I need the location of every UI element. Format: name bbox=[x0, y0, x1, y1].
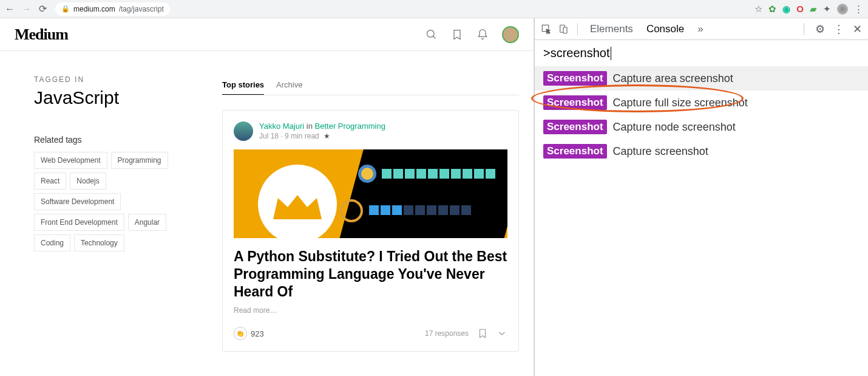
cmd-badge: Screenshot bbox=[543, 120, 607, 134]
tab-top-stories[interactable]: Top stories bbox=[222, 75, 264, 95]
command-suggestions: Screenshot Capture area screenshot Scree… bbox=[535, 66, 868, 163]
tag-chip[interactable]: Nodejs bbox=[70, 173, 106, 190]
tag-chip[interactable]: React bbox=[34, 173, 66, 190]
kebab-menu-icon[interactable]: ⋮ bbox=[833, 22, 844, 36]
tag-chip[interactable]: Software Development bbox=[34, 193, 121, 210]
devtools-tab-elements[interactable]: Elements bbox=[586, 23, 637, 35]
search-icon[interactable] bbox=[426, 29, 438, 41]
related-tags-list: Web Development Programming React Nodejs… bbox=[34, 152, 186, 251]
clap-icon[interactable]: 👏 bbox=[234, 327, 247, 340]
cmd-badge: Screenshot bbox=[543, 144, 607, 159]
svg-rect-4 bbox=[563, 27, 567, 33]
tab-archive[interactable]: Archive bbox=[276, 75, 302, 95]
command-menu-input[interactable]: >screenshot bbox=[535, 40, 868, 66]
bookmark-icon[interactable] bbox=[477, 328, 488, 339]
tag-chip[interactable]: Web Development bbox=[34, 152, 107, 169]
cmd-capture-full-size[interactable]: Screenshot Capture full size screenshot bbox=[535, 91, 868, 115]
lock-icon: 🔒 bbox=[61, 5, 70, 13]
read-more-link[interactable]: Read more… bbox=[234, 306, 507, 315]
evernote-ext-icon[interactable]: ✿ bbox=[768, 4, 776, 15]
publication-link[interactable]: Better Programming bbox=[315, 121, 385, 131]
main-column: Top stories Archive Yakko Majuri in Bett… bbox=[222, 75, 519, 352]
member-star-icon: ★ bbox=[324, 132, 330, 140]
tag-chip[interactable]: Technology bbox=[74, 234, 124, 251]
cmd-text: Capture area screenshot bbox=[613, 72, 733, 85]
grammarly-ext-icon[interactable]: ◉ bbox=[782, 4, 790, 15]
cmd-badge: Screenshot bbox=[543, 95, 607, 110]
cmd-query: screenshot bbox=[551, 46, 610, 60]
device-toggle-icon[interactable] bbox=[558, 24, 569, 35]
forward-icon[interactable]: → bbox=[22, 4, 32, 15]
cmd-capture-screenshot[interactable]: Screenshot Capture screenshot bbox=[535, 139, 868, 163]
tag-chip[interactable]: Programming bbox=[111, 152, 168, 169]
page-title: JavaScript bbox=[34, 87, 186, 108]
cmd-text: Capture node screenshot bbox=[613, 121, 736, 134]
devtools-panel: Elements Console » ⚙ ⋮ ✕ >screenshot Scr… bbox=[534, 18, 868, 376]
bookmark-icon[interactable] bbox=[451, 29, 463, 41]
in-word: in bbox=[307, 121, 313, 131]
bell-icon[interactable] bbox=[476, 29, 489, 41]
browser-toolbar: ← → ⟳ 🔒 medium.com/tag/javascript ☆ ✿ ◉ … bbox=[0, 0, 868, 18]
url-path: /tag/javascript bbox=[119, 5, 164, 13]
story-title[interactable]: A Python Substitute? I Tried Out the Bes… bbox=[234, 248, 507, 300]
medium-logo[interactable]: Medium bbox=[15, 26, 68, 44]
svg-point-0 bbox=[427, 30, 435, 37]
devtools-more-tabs[interactable]: » bbox=[694, 23, 707, 35]
tag-chip[interactable]: Front End Development bbox=[34, 214, 124, 231]
related-tags-label: Related tags bbox=[34, 135, 186, 145]
ublock-ext-icon[interactable]: O bbox=[796, 4, 804, 14]
read-time: 9 min read bbox=[285, 132, 319, 140]
devtools-toolbar: Elements Console » ⚙ ⋮ ✕ bbox=[535, 18, 868, 40]
inspect-icon[interactable] bbox=[541, 24, 552, 35]
close-icon[interactable]: ✕ bbox=[853, 22, 862, 36]
tag-chip[interactable]: Angular bbox=[128, 214, 166, 231]
back-icon[interactable]: ← bbox=[5, 4, 15, 15]
chevron-down-icon[interactable] bbox=[497, 328, 507, 339]
address-bar[interactable]: 🔒 medium.com/tag/javascript bbox=[55, 2, 170, 16]
extensions-icon[interactable]: ✦ bbox=[823, 4, 831, 15]
tagged-in-label: TAGGED IN bbox=[34, 75, 186, 84]
user-avatar[interactable] bbox=[502, 26, 519, 43]
page-content: Medium TAGGED IN JavaScript Related tags… bbox=[0, 18, 534, 376]
profile-avatar-icon[interactable] bbox=[837, 4, 848, 15]
content-tabs: Top stories Archive bbox=[222, 75, 519, 95]
story-card[interactable]: Yakko Majuri in Better Programming Jul 1… bbox=[222, 110, 519, 352]
story-date: Jul 18 bbox=[259, 132, 279, 140]
gear-icon[interactable]: ⚙ bbox=[815, 22, 825, 36]
url-host: medium.com bbox=[73, 5, 115, 13]
story-cover-image[interactable] bbox=[234, 149, 507, 238]
cmd-text: Capture screenshot bbox=[613, 145, 708, 158]
devtools-tab-console[interactable]: Console bbox=[643, 23, 688, 35]
cmd-prefix: > bbox=[543, 46, 551, 60]
browser-menu-icon[interactable]: ⋮ bbox=[854, 4, 863, 15]
author-avatar[interactable] bbox=[234, 121, 253, 141]
clap-count: 923 bbox=[251, 329, 264, 338]
cmd-badge: Screenshot bbox=[543, 71, 607, 86]
author-link[interactable]: Yakko Majuri bbox=[259, 121, 304, 131]
sidebar: TAGGED IN JavaScript Related tags Web De… bbox=[34, 75, 186, 352]
svg-line-1 bbox=[433, 36, 436, 38]
ext-icon-generic[interactable]: ▰ bbox=[810, 4, 817, 15]
cmd-capture-node[interactable]: Screenshot Capture node screenshot bbox=[535, 115, 868, 139]
cmd-text: Capture full size screenshot bbox=[613, 97, 748, 109]
cmd-capture-area[interactable]: Screenshot Capture area screenshot bbox=[535, 66, 868, 91]
tag-chip[interactable]: Coding bbox=[34, 234, 70, 251]
medium-header: Medium bbox=[0, 18, 534, 51]
reload-icon[interactable]: ⟳ bbox=[39, 3, 47, 15]
bookmark-star-icon[interactable]: ☆ bbox=[754, 4, 762, 15]
responses-link[interactable]: 17 responses bbox=[425, 329, 469, 338]
